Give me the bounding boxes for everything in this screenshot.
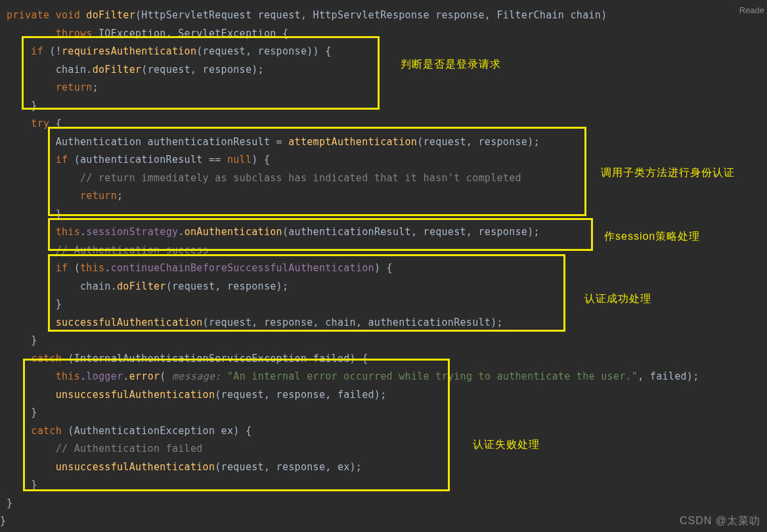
kw-private: private: [7, 9, 49, 21]
anno-auth-fail: 认证失败处理: [473, 438, 540, 452]
fn-successfulAuthentication: successfulAuthentication: [56, 317, 203, 328]
kw-catch2: catch: [31, 425, 62, 437]
cmt-return-immediately: // return immediately as subclass has in…: [80, 172, 521, 184]
fn-unsuccessfulAuthentication: unsuccessfulAuthentication: [56, 389, 215, 401]
kw-catch1: catch: [31, 353, 62, 365]
anno-check-login: 判断是否是登录请求: [401, 58, 501, 72]
anno-call-subclass: 调用子类方法进行身份认证: [601, 166, 735, 180]
anno-session: 作session策略处理: [604, 230, 700, 244]
cmt-auth-failed: // Authentication failed: [56, 443, 203, 454]
kw-try: try: [31, 118, 49, 129]
cmt-auth-success: // Authentication success: [56, 244, 209, 256]
param-hint: message:: [166, 370, 227, 382]
kw-void: void: [56, 9, 80, 21]
prop-logger: logger: [86, 370, 123, 382]
str-error: "An internal error occurred while trying…: [227, 370, 638, 382]
fn-unsuccessfulAuthentication2: unsuccessfulAuthentication: [56, 461, 215, 473]
fn-error: error: [129, 370, 160, 382]
code-pre[interactable]: private void doFilter(HttpServletRequest…: [7, 7, 767, 531]
kw-throws: throws: [56, 28, 93, 39]
prop-continueChain: continueChainBeforeSuccessfulAuthenticat…: [111, 262, 374, 274]
kw-if3: if: [56, 262, 68, 274]
kw-null: null: [227, 154, 252, 166]
fn-attemptAuthentication: attemptAuthentication: [288, 136, 417, 148]
fn-doFilter-chain: doFilter: [93, 64, 142, 76]
kw-if2: if: [56, 154, 68, 166]
kw-if: if: [31, 45, 43, 57]
kw-this1: this: [56, 226, 80, 238]
exceptions: IOException, ServletException {: [93, 28, 289, 39]
code-editor[interactable]: Reade private void doFilter(HttpServletR…: [0, 0, 767, 532]
params: (HttpServletRequest request, HttpServlet…: [135, 9, 607, 21]
prop-sessionStrategy: sessionStrategy: [86, 226, 178, 238]
fn-doFilter: doFilter: [86, 9, 135, 21]
reader-mode-label: Reade: [739, 5, 764, 15]
watermark: CSDN @太菜叻: [680, 514, 760, 528]
fn-requiresAuthentication: requiresAuthentication: [62, 45, 196, 57]
fn-doFilter-chain2: doFilter: [117, 280, 166, 292]
anno-auth-ok: 认证成功处理: [584, 292, 651, 306]
fn-onAuthentication: onAuthentication: [185, 226, 282, 238]
kw-return: return: [56, 81, 93, 93]
kw-return2: return: [80, 190, 117, 202]
